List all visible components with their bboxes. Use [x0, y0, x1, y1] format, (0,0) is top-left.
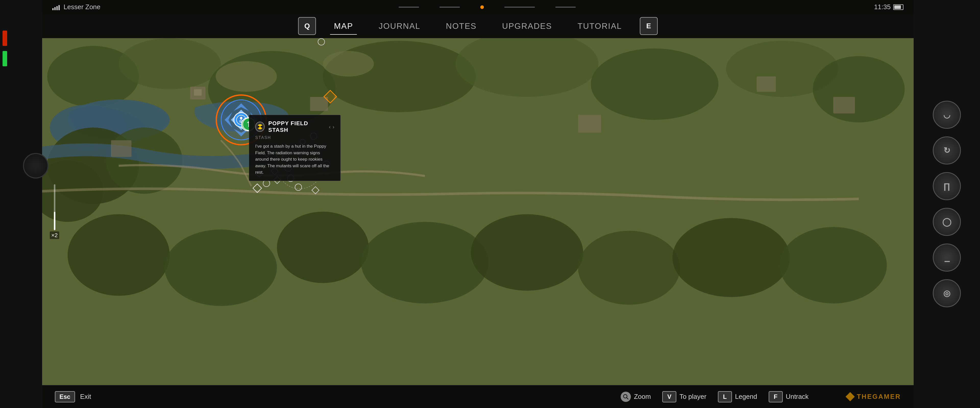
f-key-label: F: [774, 393, 778, 400]
svg-point-2: [119, 38, 221, 89]
svg-point-23: [68, 214, 170, 296]
brand-name: THEGAMER: [857, 393, 901, 401]
svg-point-30: [780, 227, 887, 303]
orange-diamond-marker: [325, 92, 335, 102]
svg-rect-18: [111, 140, 131, 157]
status-right: 11:35: [874, 3, 904, 11]
map-area[interactable]: ×2: [42, 38, 914, 385]
side-button-j[interactable]: ↻: [933, 137, 961, 165]
legend-label: Legend: [735, 393, 757, 401]
esc-key[interactable]: Esc: [55, 391, 75, 402]
dash-mid-left: [439, 6, 460, 8]
signal-bars-icon: [52, 4, 60, 10]
tab-journal[interactable]: Journal: [366, 19, 433, 33]
svg-point-26: [361, 222, 489, 303]
marker-16: [313, 187, 318, 193]
zoom-indicator: ×2: [50, 184, 59, 239]
stash-tooltip: POPPY FIELD STASH ‹ › STASH I've got a s…: [249, 115, 341, 181]
untrack-control-group: F Untrack: [769, 391, 815, 402]
dash-mid-right: [504, 6, 535, 8]
nav-bar: Q Map Journal Notes Upgrades Tutorial E: [42, 14, 914, 38]
red-indicator: [3, 30, 7, 46]
zoom-bar-fill: [54, 212, 56, 230]
brand-logo: THEGAMER: [845, 392, 901, 402]
dash-left: [399, 6, 419, 8]
marker-15: [318, 38, 325, 45]
svg-line-46: [627, 398, 628, 399]
untrack-label: Untrack: [786, 393, 809, 401]
f-key[interactable]: F: [769, 391, 783, 402]
tab-map-label: Map: [334, 21, 353, 30]
tab-tutorial-label: Tutorial: [578, 21, 622, 30]
side-button-c[interactable]: ◡: [933, 101, 961, 129]
zone-label: Lesser Zone: [64, 3, 100, 11]
green-indicator: [3, 51, 7, 66]
bottom-left-controls: Esc Exit: [55, 391, 97, 402]
tab-map[interactable]: Map: [321, 19, 366, 33]
dash-right: [555, 6, 576, 8]
zoom-label: Zoom: [634, 393, 651, 401]
lens-decoration: [23, 153, 48, 178]
e-key-label: E: [646, 22, 651, 30]
status-bar: Lesser Zone 11:35: [42, 0, 914, 14]
svg-point-45: [624, 394, 627, 398]
zoom-icon: [620, 392, 631, 402]
battery-icon: [893, 4, 904, 10]
side-button-i-label: ⎯: [945, 253, 950, 262]
svg-point-27: [471, 214, 583, 291]
side-button-i[interactable]: ⎯: [933, 243, 961, 271]
side-button-m[interactable]: ∏: [933, 172, 961, 200]
svg-point-8: [813, 56, 905, 122]
tooltip-subtitle: STASH: [255, 135, 334, 140]
status-center: [399, 5, 576, 9]
l-key-label: L: [723, 393, 727, 400]
svg-point-12: [323, 51, 374, 76]
terrain-svg: [42, 38, 914, 385]
bottom-right-controls: Zoom V To player L Legend F Untrack: [620, 391, 901, 402]
notification-dot: [480, 5, 484, 9]
tab-journal-label: Journal: [379, 21, 420, 30]
map-background: ×2: [42, 38, 914, 385]
l-key[interactable]: L: [718, 391, 732, 402]
e-key-button[interactable]: E: [640, 17, 658, 35]
side-button-c-label: ◡: [943, 110, 950, 120]
legend-control-group: L Legend: [718, 391, 764, 402]
tooltip-header: POPPY FIELD STASH ‹ ›: [255, 120, 334, 133]
zoom-control-group: Zoom: [620, 392, 657, 402]
status-left: Lesser Zone: [52, 3, 100, 11]
v-key-label: V: [667, 393, 671, 400]
side-button-o[interactable]: ◯: [933, 208, 961, 236]
bottom-bar: Esc Exit Zoom V To player: [42, 385, 914, 408]
tab-tutorial[interactable]: Tutorial: [565, 19, 635, 33]
svg-point-24: [165, 230, 277, 306]
to-player-control-group: V To player: [662, 391, 713, 402]
svg-rect-20: [578, 115, 601, 133]
v-key[interactable]: V: [662, 391, 676, 402]
side-button-s[interactable]: ◎: [933, 279, 961, 307]
marker-14: [295, 184, 302, 191]
svg-point-25: [277, 212, 369, 283]
svg-point-11: [216, 61, 277, 92]
side-button-s-label: ◎: [943, 288, 950, 298]
exit-label: Exit: [80, 393, 91, 401]
tab-upgrades-label: Upgrades: [502, 21, 552, 30]
side-button-m-label: ∏: [943, 181, 950, 191]
marker-13: [254, 185, 261, 192]
to-player-label: To player: [679, 393, 706, 401]
battery-fill: [894, 5, 901, 9]
svg-rect-21: [757, 76, 776, 92]
radiation-icon: [255, 122, 265, 132]
right-panel: ◡ ↻ ∏ ◯ ⎯ ◎: [914, 0, 980, 408]
left-panel: [0, 0, 42, 408]
tooltip-body: I've got a stash by a hut in the Poppy F…: [255, 143, 334, 176]
side-button-j-label: ↻: [943, 146, 950, 155]
q-key-button[interactable]: Q: [298, 17, 316, 35]
svg-point-28: [578, 231, 680, 305]
tab-notes[interactable]: Notes: [433, 19, 489, 33]
side-button-o-label: ◯: [942, 217, 951, 227]
time-display: 11:35: [874, 3, 891, 11]
zoom-level: ×2: [50, 232, 59, 239]
svg-rect-22: [833, 97, 855, 113]
tab-upgrades[interactable]: Upgrades: [489, 19, 565, 33]
brand-diamond-icon: [845, 392, 855, 402]
